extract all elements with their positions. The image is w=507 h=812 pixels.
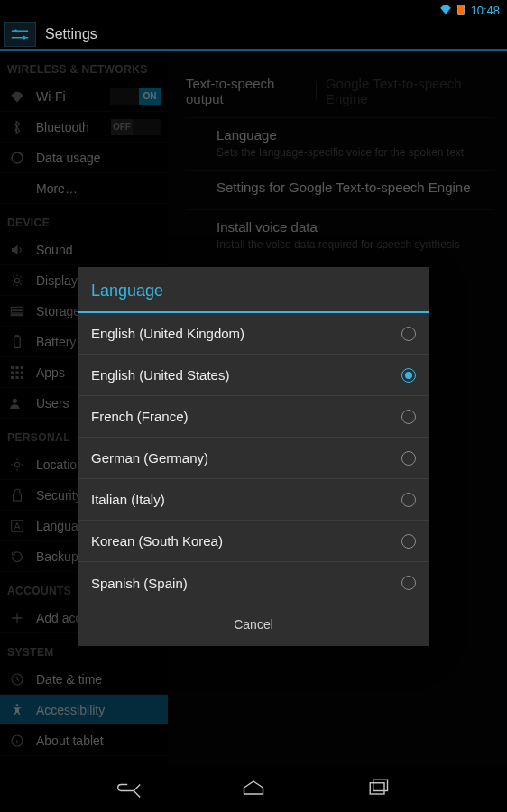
status-bar: 10:48 bbox=[0, 0, 507, 20]
dialog-title: Language bbox=[78, 267, 429, 313]
option-label: French (France) bbox=[91, 409, 189, 424]
radio-icon bbox=[401, 410, 416, 424]
settings-app-icon bbox=[4, 22, 36, 47]
recent-apps-button[interactable] bbox=[365, 777, 391, 802]
language-option[interactable]: Italian (Italy) bbox=[78, 479, 429, 521]
radio-icon bbox=[401, 534, 416, 549]
svg-rect-26 bbox=[373, 780, 388, 790]
title-bar: Settings bbox=[0, 20, 507, 51]
option-label: Spanish (Spain) bbox=[91, 576, 188, 591]
status-time: 10:48 bbox=[470, 4, 500, 17]
radio-icon bbox=[401, 451, 416, 466]
page-title: Settings bbox=[45, 26, 97, 42]
language-option[interactable]: English (United States) bbox=[78, 355, 429, 396]
svg-point-0 bbox=[14, 30, 18, 33]
option-label: Korean (South Korea) bbox=[91, 533, 223, 549]
radio-icon bbox=[401, 493, 416, 507]
battery-icon bbox=[457, 5, 465, 15]
radio-icon bbox=[401, 368, 416, 383]
option-label: English (United States) bbox=[91, 367, 229, 383]
radio-icon bbox=[401, 327, 416, 341]
system-nav-bar bbox=[0, 767, 507, 812]
home-button[interactable] bbox=[241, 777, 266, 802]
language-option[interactable]: English (United Kingdom) bbox=[78, 313, 429, 355]
svg-point-1 bbox=[23, 36, 26, 40]
option-label: German (Germany) bbox=[91, 450, 208, 466]
dialog-option-list: English (United Kingdom)English (United … bbox=[78, 313, 429, 604]
option-label: English (United Kingdom) bbox=[91, 326, 244, 341]
cancel-button[interactable]: Cancel bbox=[78, 604, 429, 646]
language-option[interactable]: Spanish (Spain) bbox=[78, 562, 429, 604]
language-option[interactable]: French (France) bbox=[78, 396, 429, 438]
back-button[interactable] bbox=[116, 777, 142, 802]
language-option[interactable]: German (Germany) bbox=[78, 438, 429, 479]
modal-overlay[interactable]: Language English (United Kingdom)English… bbox=[0, 51, 507, 767]
language-option[interactable]: Korean (South Korea) bbox=[78, 521, 429, 562]
option-label: Italian (Italy) bbox=[91, 492, 165, 507]
wifi-icon bbox=[439, 4, 452, 17]
svg-rect-25 bbox=[370, 783, 384, 794]
language-dialog: Language English (United Kingdom)English… bbox=[78, 267, 429, 646]
radio-icon bbox=[401, 576, 416, 590]
